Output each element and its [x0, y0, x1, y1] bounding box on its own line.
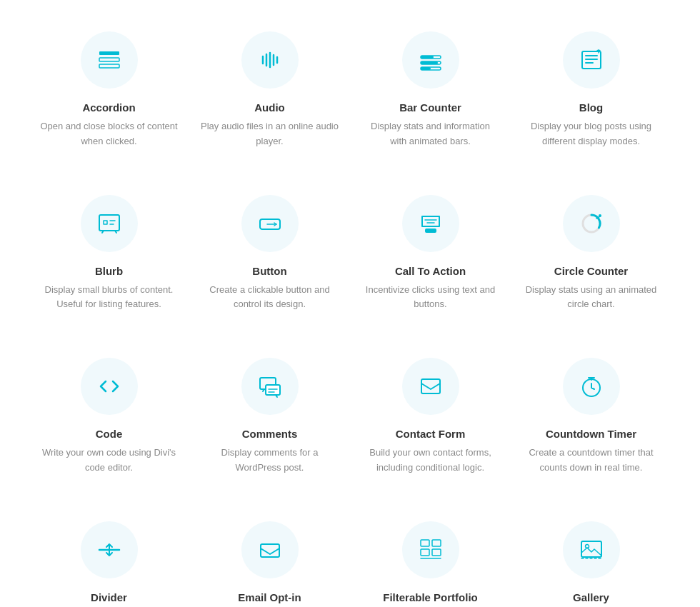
card-title-email-optin: Email Opt-in: [238, 591, 301, 603]
card-desc-blurb: Display small blurbs of content. Useful …: [40, 283, 178, 313]
card-title-blog: Blog: [579, 101, 603, 114]
svg-rect-23: [421, 540, 429, 546]
card-blurb[interactable]: Blurb Display small blurbs of content. U…: [29, 178, 189, 334]
card-desc-audio: Play audio files in an online audio play…: [201, 119, 339, 149]
card-desc-accordion: Open and close blocks of content when cl…: [40, 119, 178, 149]
card-title-blurb: Blurb: [95, 265, 123, 277]
svg-rect-2: [99, 64, 119, 68]
card-button[interactable]: Button Create a clickable button and con…: [189, 178, 350, 334]
card-desc-bar-counter: Display stats and information with anima…: [361, 119, 499, 149]
card-title-circle-counter: Circle Counter: [554, 265, 628, 277]
svg-rect-6: [421, 61, 438, 64]
bar-counter-icon: [402, 31, 459, 89]
card-gallery[interactable]: Gallery Display a gallery of images in d…: [511, 504, 671, 607]
card-audio[interactable]: Audio Play audio files in an online audi…: [189, 14, 350, 171]
svg-rect-8: [421, 67, 431, 70]
svg-rect-10: [99, 215, 119, 231]
email-optin-icon: [241, 521, 299, 578]
contact-form-icon: [402, 358, 459, 415]
comments-icon: [241, 358, 299, 415]
card-bar-counter[interactable]: Bar Counter Display stats and informatio…: [350, 14, 511, 171]
card-desc-code: Write your own code using Divi's code ed…: [40, 446, 178, 476]
card-call-to-action[interactable]: Call To Action Incentivize clicks using …: [350, 178, 511, 334]
audio-icon: [241, 31, 299, 89]
divider-icon: [81, 521, 138, 578]
blog-icon: [563, 31, 620, 89]
card-countdown-timer[interactable]: Countdown Timer Create a countdown timer…: [511, 341, 671, 497]
blurb-icon: [81, 195, 138, 252]
card-circle-counter[interactable]: Circle Counter Display stats using an an…: [511, 178, 671, 334]
svg-rect-13: [425, 229, 436, 233]
card-title-call-to-action: Call To Action: [395, 265, 466, 277]
card-desc-button: Create a clickable button and control it…: [201, 283, 339, 313]
card-desc-circle-counter: Display stats using an animated circle c…: [522, 283, 660, 313]
card-desc-contact-form: Build your own contact forms, including …: [361, 446, 499, 476]
svg-rect-24: [432, 540, 441, 546]
card-divider[interactable]: Divider A simple element for creating ve…: [29, 504, 189, 607]
card-blog[interactable]: Blog Display your blog posts using diffe…: [511, 14, 671, 171]
svg-rect-0: [99, 51, 119, 55]
card-title-filterable-portfolio: Filterable Portfolio: [383, 591, 478, 603]
card-contact-form[interactable]: Contact Form Build your own contact form…: [350, 341, 511, 497]
card-filterable-portfolio[interactable]: Filterable Portfolio Create a gallery fo…: [350, 504, 511, 607]
svg-point-16: [599, 214, 601, 217]
accordion-icon: [81, 31, 138, 89]
gallery-icon: [563, 521, 620, 578]
call-to-action-icon: [402, 195, 459, 252]
filterable-portfolio-icon: [402, 521, 459, 578]
card-desc-blog: Display your blog posts using different …: [522, 119, 660, 149]
card-desc-call-to-action: Incentivize clicks using text and button…: [361, 283, 499, 313]
card-desc-countdown-timer: Create a countdown timer that counts dow…: [522, 446, 660, 476]
card-code[interactable]: Code Write your own code using Divi's co…: [29, 341, 189, 497]
svg-rect-25: [421, 549, 429, 556]
card-title-code: Code: [96, 428, 123, 440]
card-email-optin[interactable]: Email Opt-in Collect emails and build yo…: [189, 504, 350, 607]
svg-rect-28: [581, 541, 601, 557]
countdown-timer-icon: [563, 358, 620, 415]
svg-rect-19: [421, 379, 440, 393]
svg-rect-4: [421, 56, 434, 59]
button-icon: [241, 195, 299, 252]
card-title-accordion: Accordion: [82, 101, 135, 114]
svg-rect-1: [99, 58, 119, 61]
code-icon: [81, 358, 138, 415]
card-title-bar-counter: Bar Counter: [399, 101, 461, 114]
card-accordion[interactable]: Accordion Open and close blocks of conte…: [29, 14, 189, 171]
card-title-gallery: Gallery: [573, 591, 609, 603]
card-title-button: Button: [252, 265, 286, 277]
card-comments[interactable]: Comments Display comments for a WordPres…: [189, 341, 350, 497]
svg-rect-26: [432, 549, 441, 556]
card-title-audio: Audio: [254, 101, 285, 114]
svg-point-29: [585, 544, 589, 548]
card-title-contact-form: Contact Form: [396, 428, 466, 440]
circle-counter-icon: [563, 195, 620, 252]
module-grid: Accordion Open and close blocks of conte…: [0, 0, 700, 607]
card-desc-comments: Display comments for a WordPress post.: [201, 446, 339, 476]
svg-rect-18: [266, 385, 280, 395]
card-title-countdown-timer: Countdown Timer: [546, 428, 636, 440]
card-title-divider: Divider: [91, 591, 127, 603]
card-title-comments: Comments: [242, 428, 298, 440]
